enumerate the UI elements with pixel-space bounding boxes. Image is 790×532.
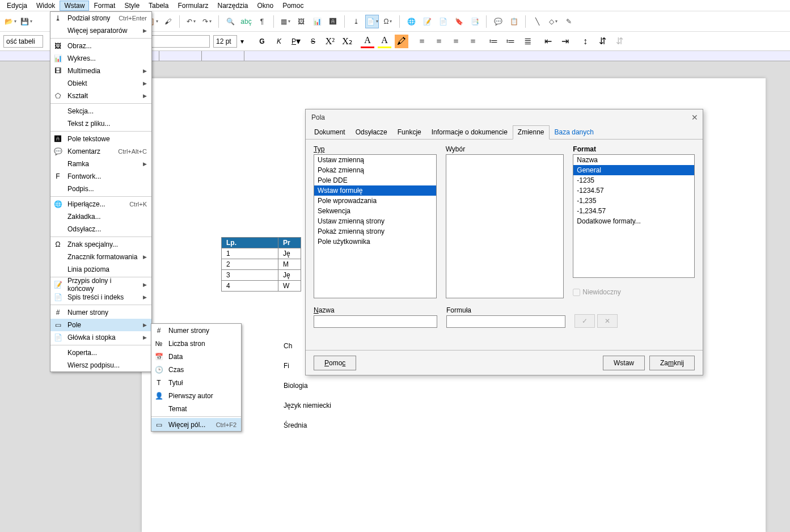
table-cell[interactable]: M: [278, 259, 301, 270]
submenu-item[interactable]: 🕒Czas: [151, 363, 241, 376]
menu-item[interactable]: ⬠Kształt▶: [50, 90, 151, 102]
para-spacing-button[interactable]: ⇵: [595, 35, 609, 48]
close-icon[interactable]: ✕: [691, 113, 698, 122]
menu-item[interactable]: 📝Przypis dolny i końcowy▶: [50, 278, 151, 291]
menu-item[interactable]: Znacznik formatowania▶: [50, 251, 151, 263]
wybor-list[interactable]: [446, 154, 564, 298]
redo-icon[interactable]: ↷: [200, 15, 214, 28]
typ-item[interactable]: Pole wprowadzania: [314, 196, 436, 206]
format-item[interactable]: -1235: [573, 175, 694, 185]
align-justify-button[interactable]: ≡: [466, 35, 480, 48]
typ-item[interactable]: Sekwencja: [314, 206, 436, 216]
underline-button[interactable]: P ▾: [289, 35, 303, 48]
char-bg-button[interactable]: 🖍: [395, 35, 408, 48]
font-size-dropdown-icon[interactable]: ▾: [240, 37, 244, 45]
italic-button[interactable]: K: [272, 35, 286, 48]
menu-item[interactable]: Zakładka...: [50, 210, 151, 223]
menu-item[interactable]: Więcej separatorów▶: [50, 24, 151, 37]
formula-input[interactable]: [446, 315, 565, 328]
pagebreak-icon[interactable]: ⤓: [349, 15, 363, 28]
typ-item[interactable]: Ustaw zmienną strony: [314, 216, 436, 226]
special-char-icon[interactable]: Ω: [381, 15, 395, 28]
submenu-item[interactable]: #Numer strony: [151, 324, 241, 337]
tab-funkcje[interactable]: Funkcje: [392, 125, 426, 140]
line-spacing-button[interactable]: ↕: [578, 35, 592, 48]
zamknij-button[interactable]: Zamknij: [649, 356, 695, 370]
delete-icon[interactable]: ✕: [597, 314, 618, 328]
bullet-list-button[interactable]: ≔: [487, 35, 500, 48]
align-left-button[interactable]: ≡: [415, 35, 429, 48]
find-icon[interactable]: 🔍: [223, 15, 237, 28]
open-icon[interactable]: 📂: [3, 15, 17, 28]
menu-item[interactable]: Koperta...: [50, 347, 151, 359]
menu-item[interactable]: 📊Wykres...: [50, 52, 151, 65]
subscript-button[interactable]: X₂: [340, 35, 354, 48]
textbox-icon[interactable]: 🅰: [326, 15, 340, 28]
typ-list[interactable]: Ustaw zmiennąPokaż zmiennąPole DDEWstaw …: [314, 154, 437, 298]
format-item[interactable]: -1,234.57: [573, 206, 694, 216]
undo-icon[interactable]: ↶: [184, 15, 198, 28]
document-table[interactable]: Lp. Pr 1Ję 2M 3Ję 4W: [221, 237, 301, 292]
menu-item[interactable]: 🖼Obraz...: [50, 40, 151, 52]
typ-item[interactable]: Pole DDE: [314, 175, 436, 185]
pilcrow-icon[interactable]: ¶: [255, 15, 269, 28]
menu-formularz[interactable]: Formularz: [173, 1, 213, 11]
shape-icon[interactable]: ◇: [546, 15, 560, 28]
menu-item[interactable]: #Numer strony: [50, 306, 151, 319]
draw-icon[interactable]: ✎: [562, 15, 576, 28]
font-size-select[interactable]: 12 pt: [213, 35, 237, 48]
menu-item[interactable]: FFontwork...: [50, 170, 151, 183]
menu-narzedzia[interactable]: Narzędzia: [213, 1, 252, 11]
menu-item[interactable]: 🅰Pole tekstowe: [50, 133, 151, 145]
menu-wstaw[interactable]: Wstaw: [60, 1, 89, 11]
nazwa-input[interactable]: [314, 315, 437, 328]
submenu-item[interactable]: ▭Więcej pól...Ctrl+F2: [151, 418, 241, 431]
save-icon[interactable]: 💾: [19, 15, 33, 28]
tab-baza-danych[interactable]: Baza danych: [550, 125, 599, 140]
submenu-item[interactable]: TTytuł: [151, 376, 241, 389]
invisible-checkbox[interactable]: Niewidoczny: [573, 288, 695, 296]
menu-item[interactable]: Linia pozioma: [50, 263, 151, 276]
format-item[interactable]: General: [573, 165, 694, 175]
submenu-item[interactable]: №Liczba stron: [151, 337, 241, 350]
submenu-item[interactable]: 👤Pierwszy autor: [151, 389, 241, 402]
table-cell[interactable]: W: [278, 281, 301, 292]
trackchanges-icon[interactable]: 📋: [507, 15, 521, 28]
menu-item[interactable]: Podpis...: [50, 183, 151, 195]
format-item[interactable]: Dodatkowe formaty...: [573, 216, 694, 226]
image-icon[interactable]: 🖼: [294, 15, 308, 28]
menu-item[interactable]: Sekcja...: [50, 105, 151, 117]
table-icon[interactable]: ▦: [278, 15, 292, 28]
outline-button[interactable]: ≣: [521, 35, 534, 48]
menu-item[interactable]: Tekst z pliku...: [50, 117, 151, 130]
submenu-item[interactable]: Temat: [151, 402, 241, 415]
comment-icon[interactable]: 💬: [491, 15, 505, 28]
format-item[interactable]: -1,235: [573, 196, 694, 206]
menu-item[interactable]: 🌐Hiperłącze...Ctrl+K: [50, 198, 151, 210]
typ-item[interactable]: Pokaż zmienną strony: [314, 226, 436, 237]
wstaw-button[interactable]: Wstaw: [603, 356, 645, 370]
align-right-button[interactable]: ≡: [449, 35, 463, 48]
menu-format[interactable]: Format: [89, 1, 120, 11]
format-item[interactable]: -1234.57: [573, 185, 694, 196]
menu-item[interactable]: Odsyłacz...: [50, 223, 151, 235]
format-item[interactable]: Nazwa: [573, 155, 694, 165]
menu-widok[interactable]: Widok: [32, 1, 60, 11]
chart-icon[interactable]: 📊: [310, 15, 324, 28]
para-style-select[interactable]: ość tabeli: [3, 35, 43, 48]
typ-item[interactable]: Ustaw zmienną: [314, 155, 436, 165]
footnote-icon[interactable]: 📝: [420, 15, 434, 28]
menu-pomoc[interactable]: Pomoc: [278, 1, 308, 11]
tab-informacje[interactable]: Informacje o dokumencie: [426, 125, 513, 140]
typ-item[interactable]: Pokaż zmienną: [314, 165, 436, 175]
typ-item[interactable]: Wstaw formułę: [314, 185, 436, 196]
superscript-button[interactable]: X²: [323, 35, 337, 48]
menu-okno[interactable]: Okno: [253, 1, 278, 11]
indent-dec-button[interactable]: ⇤: [541, 35, 555, 48]
para-spacing2-button[interactable]: ⇵: [612, 35, 626, 48]
table-cell[interactable]: Ję: [278, 270, 301, 281]
strike-button[interactable]: S: [306, 35, 320, 48]
menu-item[interactable]: ΩZnak specjalny...: [50, 238, 151, 251]
table-cell[interactable]: 2: [222, 259, 278, 270]
help-button[interactable]: Pomoc: [314, 356, 356, 370]
